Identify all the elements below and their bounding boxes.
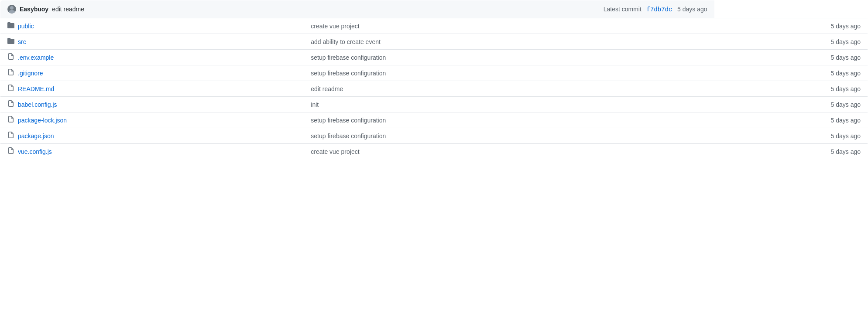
file-icon xyxy=(7,147,14,156)
file-name-cell: src xyxy=(0,34,304,50)
file-time: 5 days ago xyxy=(714,50,868,65)
file-icon xyxy=(7,85,14,93)
file-name-cell: package.json xyxy=(0,128,304,144)
file-time: 5 days ago xyxy=(714,65,868,81)
file-link[interactable]: src xyxy=(18,38,26,45)
file-link[interactable]: .env.example xyxy=(18,54,54,61)
file-commit-message: setup firebase configuration xyxy=(304,65,714,81)
file-icon xyxy=(7,69,14,77)
file-table: Easybuoy edit readme Latest commit f7db7… xyxy=(0,0,868,160)
table-row: public create vue project 5 days ago xyxy=(0,18,868,34)
svg-point-0 xyxy=(10,6,14,10)
file-name-cell: .env.example xyxy=(0,50,304,65)
svg-point-1 xyxy=(9,10,15,14)
file-time: 5 days ago xyxy=(714,34,868,50)
file-commit-message: edit readme xyxy=(304,81,714,97)
file-list: public create vue project 5 days ago src… xyxy=(0,18,868,160)
file-time: 5 days ago xyxy=(714,81,868,97)
file-icon xyxy=(7,116,14,124)
commit-hash[interactable]: f7db7dc xyxy=(647,6,672,13)
commit-author[interactable]: Easybuoy xyxy=(20,6,48,13)
table-row: package-lock.json setup firebase configu… xyxy=(0,112,868,128)
file-name-cell: .gitignore xyxy=(0,65,304,81)
table-row: babel.config.js init 5 days ago xyxy=(0,97,868,112)
file-icon xyxy=(7,100,14,109)
file-commit-message: setup firebase configuration xyxy=(304,112,714,128)
file-time: 5 days ago xyxy=(714,112,868,128)
file-link[interactable]: README.md xyxy=(18,85,54,92)
commit-header-right: Latest commit f7db7dc 5 days ago xyxy=(304,0,714,18)
table-row: vue.config.js create vue project 5 days … xyxy=(0,144,868,160)
latest-commit-label: Latest commit xyxy=(604,6,642,13)
file-name-cell: vue.config.js xyxy=(0,144,304,160)
file-link[interactable]: package.json xyxy=(18,133,54,139)
file-commit-message: create vue project xyxy=(304,18,714,34)
file-icon xyxy=(7,132,14,140)
table-row: .gitignore setup firebase configuration … xyxy=(0,65,868,81)
file-commit-message: setup firebase configuration xyxy=(304,50,714,65)
file-link[interactable]: public xyxy=(18,23,34,30)
file-time: 5 days ago xyxy=(714,97,868,112)
folder-icon xyxy=(7,22,14,30)
table-row: src add ability to create event 5 days a… xyxy=(0,34,868,50)
file-link[interactable]: .gitignore xyxy=(18,70,43,77)
file-name-cell: public xyxy=(0,18,304,34)
file-link[interactable]: babel.config.js xyxy=(18,101,57,108)
file-time: 5 days ago xyxy=(714,144,868,160)
commit-time: 5 days ago xyxy=(677,6,707,13)
table-row: README.md edit readme 5 days ago xyxy=(0,81,868,97)
commit-header-message: edit readme xyxy=(52,6,84,13)
file-name-cell: babel.config.js xyxy=(0,97,304,112)
table-row: package.json setup firebase configuratio… xyxy=(0,128,868,144)
file-name-cell: package-lock.json xyxy=(0,112,304,128)
table-row: .env.example setup firebase configuratio… xyxy=(0,50,868,65)
file-link[interactable]: package-lock.json xyxy=(18,117,67,124)
file-link[interactable]: vue.config.js xyxy=(18,148,52,155)
file-time: 5 days ago xyxy=(714,128,868,144)
commit-header-row: Easybuoy edit readme Latest commit f7db7… xyxy=(0,0,868,18)
file-commit-message: setup firebase configuration xyxy=(304,128,714,144)
avatar xyxy=(7,5,16,14)
file-commit-message: init xyxy=(304,97,714,112)
commit-header-left: Easybuoy edit readme xyxy=(0,0,304,18)
file-commit-message: add ability to create event xyxy=(304,34,714,50)
file-time: 5 days ago xyxy=(714,18,868,34)
file-commit-message: create vue project xyxy=(304,144,714,160)
file-icon xyxy=(7,53,14,61)
file-name-cell: README.md xyxy=(0,81,304,97)
folder-icon xyxy=(7,37,14,46)
